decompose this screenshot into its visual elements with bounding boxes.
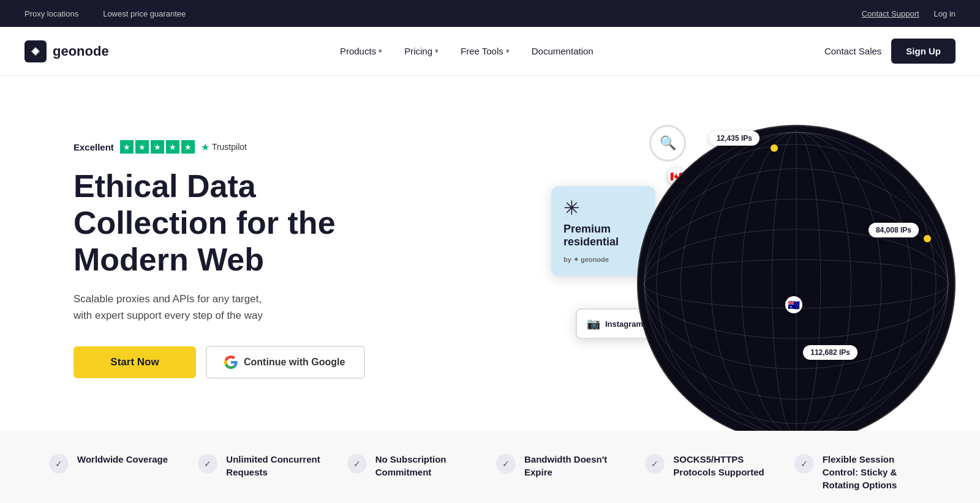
feature-label-5: SOCKS5/HTTPS Protocols Supported (673, 453, 782, 479)
trustpilot-logo: ★ Trustpilot (201, 141, 247, 153)
feature-session-control: ✓ Flexible Session Control: Sticky & Rot… (794, 453, 931, 491)
globe-visual (637, 125, 956, 431)
feature-protocols: ✓ SOCKS5/HTTPS Protocols Supported (645, 453, 782, 479)
login-link[interactable]: Log in (934, 9, 956, 18)
check-icon-5: ✓ (645, 454, 665, 474)
globe-svg (638, 126, 954, 431)
signup-button[interactable]: Sign Up (891, 39, 956, 64)
logo-icon (24, 40, 47, 62)
chevron-down-icon: ▾ (379, 47, 382, 55)
trustpilot-excellent: Excellent (74, 142, 114, 152)
feature-no-subscription: ✓ No Subscription Commitment (347, 453, 484, 479)
start-now-button[interactable]: Start Now (74, 346, 196, 378)
star-3: ★ (151, 140, 164, 154)
star-1: ★ (120, 140, 134, 154)
feature-bandwidth: ✓ Bandwidth Doesn't Expire (496, 453, 633, 479)
dot-yellow-1 (771, 144, 778, 152)
logo[interactable]: geonode (24, 40, 109, 62)
svg-point-0 (33, 49, 38, 54)
feature-label-2: Unlimited Concurrent Requests (226, 453, 334, 479)
hero-illustration: 🔍 🇨🇦 ✳ Premium residential by ✦ geonode … (539, 113, 956, 406)
ip-badge-1: 12,435 IPs (709, 131, 760, 146)
feature-label-6: Flexible Session Control: Sticky & Rotat… (823, 453, 931, 491)
star-rating: ★ ★ ★ ★ ★ (120, 140, 195, 154)
ip-badge-2: 84,008 IPs (869, 223, 919, 237)
top-bar-right: Contact Support Log in (862, 9, 956, 18)
dot-yellow-2 (924, 235, 931, 242)
trustpilot-star-icon: ★ (201, 141, 209, 153)
hero-left: Excellent ★ ★ ★ ★ ★ ★ Trustpilot Ethical… (74, 140, 417, 379)
star-2: ★ (135, 140, 149, 154)
hero-subtitle: Scalable proxies and APIs for any target… (74, 291, 417, 324)
check-icon-1: ✓ (49, 454, 69, 474)
check-icon-3: ✓ (347, 454, 367, 474)
australia-flag-pin: 🇦🇺 (785, 296, 802, 313)
hero-buttons: Start Now Continue with Google (74, 346, 417, 379)
price-guarantee-link[interactable]: Lowest price guarantee (103, 9, 186, 18)
main-nav: Products ▾ Pricing ▾ Free Tools ▾ Docume… (331, 41, 602, 61)
feature-worldwide: ✓ Worldwide Coverage (49, 453, 186, 474)
contact-support-link[interactable]: Contact Support (862, 9, 919, 18)
star-4: ★ (166, 140, 179, 154)
proxy-locations-link[interactable]: Proxy locations (24, 9, 78, 18)
feature-label-4: Bandwidth Doesn't Expire (524, 453, 633, 479)
header: geonode Products ▾ Pricing ▾ Free Tools … (0, 27, 980, 76)
ip-badge-3: 112,682 IPs (803, 345, 858, 360)
check-icon-2: ✓ (198, 454, 217, 474)
chevron-down-icon: ▾ (435, 47, 439, 55)
contact-sales-link[interactable]: Contact Sales (824, 46, 881, 56)
features-bar: ✓ Worldwide Coverage ✓ Unlimited Concurr… (0, 431, 980, 503)
nav-free-tools[interactable]: Free Tools ▾ (452, 41, 518, 61)
asterisk-icon: ✳ (564, 198, 643, 218)
google-icon (224, 356, 238, 369)
search-pin: 🔍 (649, 125, 686, 162)
star-5: ★ (181, 140, 195, 154)
check-icon-6: ✓ (794, 454, 814, 474)
top-bar: Proxy locations Lowest price guarantee C… (0, 0, 980, 27)
chevron-down-icon: ▾ (506, 47, 510, 55)
hero-section: Excellent ★ ★ ★ ★ ★ ★ Trustpilot Ethical… (0, 76, 980, 431)
feature-label-1: Worldwide Coverage (77, 453, 168, 466)
feature-label-3: No Subscription Commitment (375, 453, 484, 479)
trustpilot-badge: Excellent ★ ★ ★ ★ ★ ★ Trustpilot (74, 140, 417, 154)
continue-with-google-button[interactable]: Continue with Google (206, 346, 365, 379)
header-right: Contact Sales Sign Up (824, 39, 956, 64)
nav-pricing[interactable]: Pricing ▾ (396, 41, 447, 61)
feature-concurrent: ✓ Unlimited Concurrent Requests (198, 453, 334, 479)
nav-documentation[interactable]: Documentation (523, 41, 602, 61)
logo-text: geonode (53, 43, 109, 59)
hero-title: Ethical Data Collection for the Modern W… (74, 168, 417, 278)
nav-products[interactable]: Products ▾ (331, 41, 391, 61)
instagram-icon: 📷 (587, 317, 600, 330)
top-bar-left: Proxy locations Lowest price guarantee (24, 9, 186, 18)
check-icon-4: ✓ (496, 454, 516, 474)
